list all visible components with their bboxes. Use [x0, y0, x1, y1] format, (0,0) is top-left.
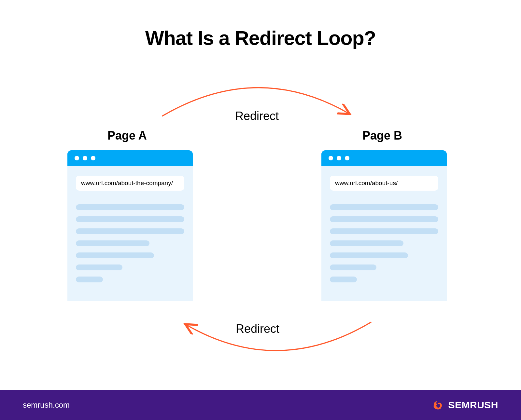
browser-window-a: www.url.com/about-the-company/: [67, 150, 193, 301]
window-dot-icon: [91, 156, 95, 160]
footer-brand: SEMRUSH: [448, 400, 498, 411]
page-b-label: Page B: [362, 129, 402, 142]
footer-logo: SEMRUSH: [431, 399, 498, 412]
browser-titlebar: [321, 150, 447, 166]
window-dot-icon: [329, 156, 333, 160]
content-placeholder: [330, 277, 357, 282]
content-placeholder: [76, 204, 184, 210]
content-placeholder: [330, 228, 438, 234]
content-placeholder: [330, 240, 403, 246]
content-placeholder: [330, 216, 438, 222]
browser-window-b: www.url.com/about-us/: [321, 150, 447, 301]
content-placeholder: [330, 264, 376, 270]
window-dot-icon: [337, 156, 341, 160]
diagram-container: Redirect Page A Page B www.url.com/about…: [0, 75, 521, 368]
arrow-bottom-icon: [177, 317, 379, 363]
window-dot-icon: [345, 156, 349, 160]
content-placeholder: [76, 240, 149, 246]
browser-titlebar: [67, 150, 193, 166]
content-placeholder: [330, 204, 438, 210]
url-bar-a: www.url.com/about-the-company/: [76, 176, 184, 191]
window-dot-icon: [83, 156, 87, 160]
window-dot-icon: [75, 156, 79, 160]
content-placeholder: [76, 277, 103, 282]
semrush-flame-icon: [431, 399, 444, 412]
page-a-label: Page A: [107, 129, 147, 142]
content-placeholder: [76, 216, 184, 222]
svg-point-0: [436, 404, 440, 408]
browser-body: www.url.com/about-us/: [321, 166, 447, 298]
url-bar-b: www.url.com/about-us/: [330, 176, 438, 191]
browser-body: www.url.com/about-the-company/: [67, 166, 193, 298]
footer-domain: semrush.com: [23, 400, 70, 410]
content-placeholder: [330, 252, 408, 258]
arrow-top-icon: [156, 75, 358, 121]
content-placeholder: [76, 264, 122, 270]
content-placeholder: [76, 252, 154, 258]
content-placeholder: [76, 228, 184, 234]
footer: semrush.com SEMRUSH: [0, 390, 521, 420]
diagram-title: What Is a Redirect Loop?: [0, 27, 521, 49]
